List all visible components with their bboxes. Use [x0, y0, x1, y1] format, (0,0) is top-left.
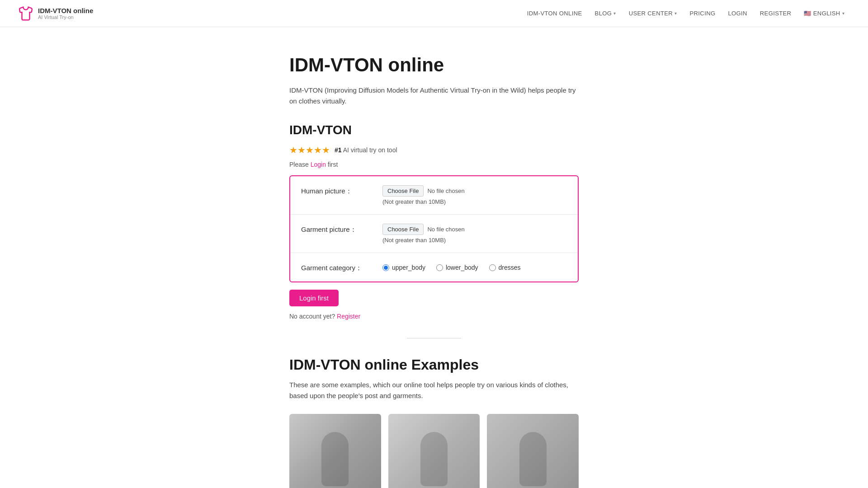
login-note-prefix: Please	[289, 161, 311, 168]
navbar: IDM-VTON online AI Virtual Try-on IDM-VT…	[0, 0, 868, 27]
nav-item-user-center: USER CENTER ▾	[623, 6, 683, 20]
radio-dresses[interactable]: dresses	[489, 264, 521, 271]
figure-shape-3	[519, 432, 547, 486]
shirt-icon	[18, 6, 33, 21]
nav-item-idm-vton-online: IDM-VTON ONLINE	[522, 6, 588, 20]
garment-picture-field: Choose File No file chosen (Not greater …	[382, 224, 567, 244]
login-note-suffix: first	[326, 161, 338, 168]
register-link[interactable]: Register	[337, 313, 360, 320]
brand-title: IDM-VTON online	[38, 7, 93, 14]
nav-item-login: LOGIN	[722, 6, 752, 20]
examples-description: These are some examples, which our onlin…	[289, 380, 579, 401]
garment-category-radio-group: upper_body lower_body dresses	[382, 262, 567, 271]
blog-caret-icon: ▾	[613, 11, 616, 16]
garment-picture-row: Garment picture： Choose File No file cho…	[290, 215, 578, 253]
brand-logo[interactable]: IDM-VTON online AI Virtual Try-on	[18, 6, 93, 21]
page-title: IDM-VTON online	[289, 54, 579, 76]
nav-item-language: 🇺🇸 ENGLISH ▾	[798, 6, 850, 20]
garment-file-status: No file chosen	[427, 226, 464, 233]
login-note-link[interactable]: Login	[311, 161, 326, 168]
nav-link-pricing[interactable]: PRICING	[684, 6, 721, 20]
star-rating: ★★★★★	[289, 145, 330, 155]
radio-lower-body-label: lower_body	[446, 264, 478, 271]
radio-upper-body-input[interactable]	[382, 264, 389, 271]
nav-item-blog: BLOG ▾	[590, 6, 622, 20]
figure-shape-2	[420, 432, 448, 486]
human-choose-file-button[interactable]: Choose File	[382, 185, 424, 197]
garment-picture-label: Garment picture：	[301, 224, 382, 234]
garment-file-input-row: Choose File No file chosen	[382, 224, 567, 235]
example-card-1	[289, 414, 381, 488]
example-card-2	[388, 414, 480, 488]
garment-category-row: Garment category： upper_body lower_body …	[290, 253, 578, 282]
main-content: IDM-VTON online IDM-VTON (Improving Diff…	[280, 27, 588, 488]
upload-form-box: Human picture： Choose File No file chose…	[289, 175, 579, 282]
example-card-1-inner	[289, 414, 381, 488]
radio-upper-body[interactable]: upper_body	[382, 264, 425, 271]
nav-item-pricing: PRICING	[684, 6, 721, 20]
user-center-caret-icon: ▾	[675, 11, 677, 16]
language-caret-icon: ▾	[842, 11, 844, 16]
example-card-3	[487, 414, 579, 488]
brand-text: IDM-VTON online AI Virtual Try-on	[38, 7, 93, 20]
examples-section: IDM-VTON online Examples These are some …	[289, 357, 579, 488]
garment-category-label: Garment category：	[301, 262, 382, 272]
nav-link-user-center[interactable]: USER CENTER ▾	[623, 6, 683, 20]
rating-number: #1	[335, 146, 342, 154]
flag-icon: 🇺🇸	[804, 10, 811, 17]
garment-category-field: upper_body lower_body dresses	[382, 262, 567, 271]
garment-choose-file-button[interactable]: Choose File	[382, 224, 424, 235]
radio-lower-body-input[interactable]	[436, 264, 443, 271]
examples-title: IDM-VTON online Examples	[289, 357, 579, 373]
human-file-input-row: Choose File No file chosen	[382, 185, 567, 197]
brand-subtitle: AI Virtual Try-on	[38, 14, 93, 20]
section-divider	[407, 338, 461, 338]
radio-dresses-label: dresses	[499, 264, 521, 271]
login-note: Please Login first	[289, 161, 579, 168]
radio-lower-body[interactable]: lower_body	[436, 264, 478, 271]
figure-shape-1	[321, 432, 349, 486]
example-card-3-inner	[487, 414, 579, 488]
radio-upper-body-label: upper_body	[392, 264, 425, 271]
login-first-button[interactable]: Login first	[289, 290, 339, 306]
human-picture-label: Human picture：	[301, 185, 382, 196]
rating-text: AI virtual try on tool	[343, 146, 397, 154]
nav-link-register[interactable]: REGISTER	[755, 6, 797, 20]
human-file-hint: (Not greater than 10MB)	[382, 198, 567, 205]
page-description: IDM-VTON (Improving Diffusion Models for…	[289, 85, 579, 107]
rating-row: ★★★★★ #1 AI virtual try on tool	[289, 145, 579, 155]
radio-dresses-input[interactable]	[489, 264, 496, 271]
nav-link-blog[interactable]: BLOG ▾	[590, 6, 622, 20]
human-picture-field: Choose File No file chosen (Not greater …	[382, 185, 567, 205]
human-file-status: No file chosen	[427, 188, 464, 194]
nav-link-language[interactable]: 🇺🇸 ENGLISH ▾	[798, 6, 850, 20]
register-note: No account yet? Register	[289, 313, 579, 320]
nav-item-register: REGISTER	[755, 6, 797, 20]
nav-menu: IDM-VTON ONLINE BLOG ▾ USER CENTER ▾ PRI…	[522, 6, 850, 20]
human-picture-row: Human picture： Choose File No file chose…	[290, 176, 578, 215]
examples-grid	[289, 414, 579, 488]
register-note-text: No account yet?	[289, 313, 337, 320]
section-title: IDM-VTON	[289, 123, 579, 137]
garment-file-hint: (Not greater than 10MB)	[382, 237, 567, 244]
rating-badge: #1 AI virtual try on tool	[335, 146, 397, 154]
nav-link-login[interactable]: LOGIN	[722, 6, 752, 20]
nav-link-idm-vton-online[interactable]: IDM-VTON ONLINE	[522, 6, 588, 20]
example-card-2-inner	[388, 414, 480, 488]
